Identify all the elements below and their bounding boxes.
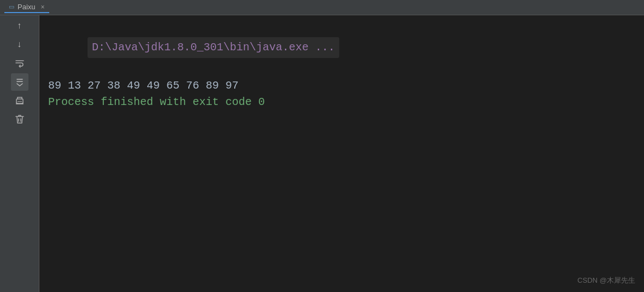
svg-rect-1: [18, 101, 22, 102]
left-toolbar: ↑ ↓: [0, 15, 39, 292]
clear-button[interactable]: [11, 110, 28, 128]
active-tab[interactable]: ▭ Paixu ×: [4, 2, 49, 13]
output-line: 89 13 27 38 49 49 65 76 89 97: [48, 78, 635, 94]
console-output: D:\Java\jdk1.8.0_301\bin\java.exe ... 89…: [39, 15, 644, 292]
print-button[interactable]: [11, 92, 28, 109]
scroll-up-button[interactable]: ↑: [11, 17, 28, 35]
command-text: D:\Java\jdk1.8.0_301\bin\java.exe ...: [88, 37, 339, 58]
tab-close-button[interactable]: ×: [41, 3, 45, 11]
tab-icon: ▭: [9, 3, 14, 10]
process-status-line: Process finished with exit code 0: [48, 94, 635, 110]
watermark: CSDN @木犀先生: [577, 276, 635, 285]
tab-title: Paixu: [18, 3, 36, 11]
tab-bar: ▭ Paixu ×: [0, 0, 644, 15]
scroll-to-end-button[interactable]: [11, 73, 28, 91]
scroll-down-button[interactable]: ↓: [11, 36, 28, 54]
command-line: D:\Java\jdk1.8.0_301\bin\java.exe ...: [48, 21, 635, 78]
main-content: ↑ ↓ D:\Java\jdk1.8.: [0, 15, 644, 292]
soft-wrap-button[interactable]: [11, 55, 28, 72]
